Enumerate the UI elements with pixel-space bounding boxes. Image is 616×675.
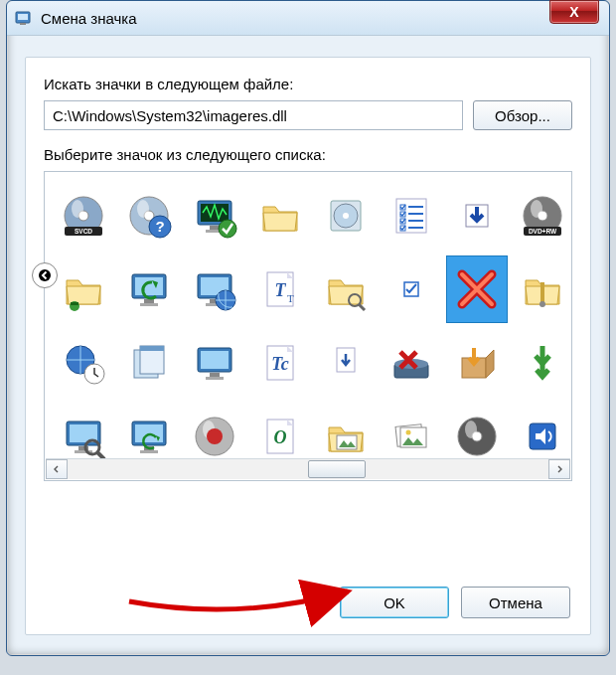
svg-point-22	[343, 213, 349, 219]
svg-text:T: T	[275, 280, 287, 300]
svg-rect-27	[408, 213, 423, 215]
svg-point-11	[137, 200, 149, 218]
icon-window-stack[interactable]	[118, 329, 180, 397]
icon-help-disc[interactable]: ?	[118, 182, 180, 250]
icon-monitor-globe[interactable]	[184, 255, 245, 323]
svg-rect-63	[201, 351, 229, 369]
svg-point-19	[219, 220, 236, 238]
icon-disc-box[interactable]	[315, 182, 377, 250]
icon-checkbox-small[interactable]	[381, 255, 442, 323]
ok-button[interactable]: OK	[340, 587, 449, 618]
svg-rect-64	[210, 373, 220, 377]
icon-list-box: SVCD?DVD+RWTTTcO	[44, 171, 572, 481]
svg-rect-1	[18, 14, 28, 20]
icon-folder-open-search[interactable]	[315, 255, 377, 323]
icon-box-arrow[interactable]	[446, 329, 508, 397]
svg-text:T: T	[287, 292, 294, 304]
dialog-buttons: OK Отмена	[340, 587, 570, 618]
svg-rect-55	[540, 282, 544, 302]
scroll-left-badge[interactable]	[32, 262, 58, 288]
svg-rect-81	[140, 450, 158, 453]
close-button[interactable]: X	[549, 0, 599, 24]
svg-point-56	[539, 301, 545, 307]
icon-down-arrows[interactable]	[512, 329, 572, 397]
svg-line-53	[359, 304, 365, 310]
svg-rect-16	[210, 226, 220, 230]
icon-truetype-file[interactable]: TT	[249, 255, 311, 323]
icon-monitor-recycle[interactable]	[118, 255, 180, 323]
svg-rect-39	[71, 302, 78, 305]
title-bar: Смена значка X	[7, 1, 609, 36]
svg-text:DVD+RW: DVD+RW	[529, 228, 557, 235]
icon-folder-share[interactable]	[53, 255, 114, 323]
svg-rect-42	[144, 299, 154, 303]
client-area: Искать значки в следующем файле: Обзор..…	[25, 57, 591, 635]
svg-rect-43	[140, 303, 158, 306]
icon-grid: SVCD?DVD+RWTTTcO	[45, 172, 571, 481]
icon-red-x[interactable]	[446, 255, 508, 323]
svg-rect-25	[408, 206, 423, 208]
icon-drive-error[interactable]	[381, 329, 442, 397]
path-input[interactable]	[44, 100, 463, 130]
svg-rect-29	[408, 220, 423, 222]
horizontal-scrollbar[interactable]	[46, 458, 570, 479]
svg-point-6	[72, 200, 83, 218]
browse-button[interactable]: Обзор...	[473, 100, 572, 130]
svg-point-85	[207, 428, 223, 444]
scroll-track[interactable]	[68, 460, 548, 478]
select-label: Выберите значок из следующего списка:	[44, 146, 572, 163]
svg-text:SVCD: SVCD	[75, 228, 92, 235]
icon-tc-file[interactable]: Tc	[249, 329, 311, 397]
icon-area: SVCD?DVD+RWTTTcO	[44, 171, 572, 481]
screenshot-root: Смена значка X Искать значки в следующем…	[0, 0, 616, 675]
svg-rect-2	[20, 23, 26, 25]
icon-folder-plain[interactable]	[249, 182, 311, 250]
scroll-thumb[interactable]	[308, 460, 366, 478]
icon-page-down[interactable]	[315, 329, 377, 397]
cancel-button[interactable]: Отмена	[461, 587, 570, 618]
scroll-right-arrow[interactable]	[548, 459, 570, 479]
icon-dvd-rw-disc[interactable]: DVD+RW	[512, 182, 572, 250]
dialog-window: Смена значка X Искать значки в следующем…	[6, 0, 610, 656]
icon-globe-clock[interactable]	[53, 329, 114, 397]
svg-point-91	[406, 430, 411, 435]
close-icon: X	[569, 4, 578, 20]
system-icon	[15, 9, 33, 27]
svg-point-3	[39, 269, 51, 281]
scroll-left-arrow[interactable]	[46, 459, 68, 479]
svg-rect-61	[140, 346, 164, 351]
icon-monitor-side[interactable]	[184, 329, 245, 397]
window-title: Смена значка	[41, 10, 603, 27]
icon-download-arrow[interactable]	[446, 182, 508, 250]
svg-text:?: ?	[155, 218, 164, 235]
icon-folder-zip[interactable]	[512, 255, 572, 323]
path-row: Обзор...	[44, 100, 572, 130]
icon-checklist[interactable]	[381, 182, 442, 250]
svg-text:Tc: Tc	[271, 354, 288, 374]
svg-rect-31	[408, 227, 423, 229]
svg-text:O: O	[274, 427, 287, 447]
svg-rect-65	[206, 377, 224, 380]
svg-point-94	[465, 421, 477, 438]
svg-point-35	[531, 200, 542, 218]
search-label: Искать значки в следующем файле:	[44, 76, 572, 92]
svg-rect-41	[135, 277, 163, 295]
icon-monitor-check[interactable]	[184, 182, 245, 250]
icon-svcd-disc[interactable]: SVCD	[53, 182, 114, 250]
